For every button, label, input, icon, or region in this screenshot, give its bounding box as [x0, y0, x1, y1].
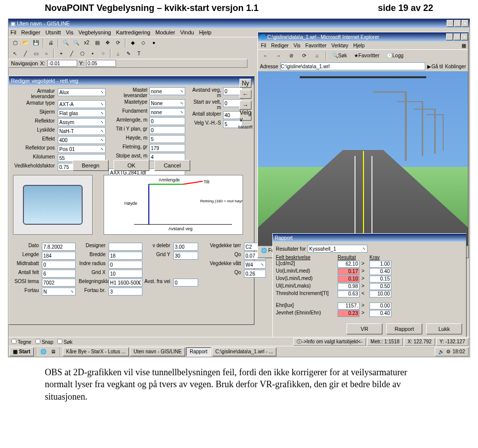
menu-rediger[interactable]: Rediger	[21, 29, 41, 35]
ie-menu-fil[interactable]: Fil	[261, 43, 266, 48]
ie-back-icon[interactable]: ←	[260, 51, 271, 61]
input-tilt[interactable]	[149, 126, 185, 134]
ie-refresh-icon[interactable]: ⟳	[299, 51, 310, 61]
quick-ie-icon[interactable]: 🌐	[39, 347, 48, 356]
rapport-button[interactable]: Rapport	[386, 323, 422, 334]
ie-koblinger[interactable]: Koblinger	[445, 64, 466, 69]
quick-desktop-icon[interactable]: 🖥	[49, 347, 58, 356]
i-designer[interactable]	[109, 243, 142, 251]
menu-vindu[interactable]: Vindu	[180, 29, 194, 35]
input-armlengde[interactable]	[149, 117, 185, 125]
zoom-in-icon[interactable]: 🔍	[61, 38, 70, 47]
tray-icon[interactable]: 🔊	[438, 349, 444, 354]
zoom-out-icon[interactable]: 🔍	[72, 38, 81, 47]
ie-minimize-icon[interactable]: _	[446, 33, 453, 40]
ie-menu-hjelp[interactable]: Hjelp	[353, 43, 364, 48]
ie-addr-input[interactable]	[280, 62, 426, 70]
minimize-icon[interactable]: _	[447, 20, 454, 27]
tool-b-icon[interactable]: ◇	[139, 38, 148, 47]
combo-type[interactable]	[58, 100, 106, 108]
close-icon[interactable]: ×	[462, 20, 469, 27]
refresh-icon[interactable]: ⟳	[114, 38, 122, 47]
start-button[interactable]: ▦Start	[9, 347, 34, 356]
ie-go-button[interactable]: ▶Gå til	[427, 64, 443, 69]
i-gridy[interactable]	[173, 252, 198, 260]
task-ie[interactable]: C:\gisline\data\a_1.wrl - ...	[212, 347, 277, 356]
ie-menu-verktoy[interactable]: Verktøy	[332, 43, 349, 48]
combo-effekt[interactable]	[58, 136, 106, 144]
ie-stop-icon[interactable]: ⊘	[286, 51, 297, 61]
i-lengde[interactable]	[42, 252, 76, 260]
measure-icon[interactable]: ⟂	[114, 49, 122, 58]
ie-sok-button[interactable]: 🔍Søk	[330, 51, 350, 61]
ok-button[interactable]: OK	[114, 160, 149, 171]
menu-vegbelysning[interactable]: Vegbelysning	[78, 29, 111, 35]
ie-menu-fav[interactable]: Favoritter	[305, 43, 326, 48]
print-icon[interactable]: 🖨	[46, 38, 55, 47]
chk-snap[interactable]: Snap	[35, 339, 53, 345]
ie-home-icon[interactable]: ⌂	[312, 51, 323, 61]
i-dato[interactable]	[42, 243, 76, 251]
polyline-icon[interactable]: ╱	[67, 49, 76, 58]
edit-icon[interactable]: ✎	[124, 49, 133, 58]
task-gisline[interactable]: Uten navn - GIS/LINE	[130, 347, 185, 356]
i-gridx[interactable]	[109, 270, 142, 278]
nav-x-input[interactable]	[47, 60, 77, 67]
tool-c-icon[interactable]: ●	[149, 38, 158, 47]
line-icon[interactable]: ╱	[21, 49, 30, 58]
chk-sok[interactable]: Søk	[57, 339, 73, 345]
input-fletning[interactable]	[149, 144, 185, 152]
ie-logg-button[interactable]: 🕓Logg	[384, 51, 406, 61]
ie-menu-vis[interactable]: Vis	[294, 43, 301, 48]
nav-y-input[interactable]	[86, 60, 116, 67]
text-icon[interactable]: T	[134, 49, 143, 58]
arrow-icon[interactable]: ↖	[10, 49, 19, 58]
menu-fil[interactable]: Fil	[10, 29, 16, 35]
right-arrow-button[interactable]: →	[239, 101, 251, 110]
combo-skjerm[interactable]	[58, 109, 106, 117]
menu-utsnitt[interactable]: Utsnitt	[45, 29, 61, 35]
velg-v-button[interactable]: Velg v	[239, 112, 251, 121]
layers-icon[interactable]: ▤	[93, 38, 102, 47]
maximize-icon[interactable]: □	[454, 20, 461, 27]
i-qo2[interactable]	[244, 270, 266, 278]
lukk-button[interactable]: Lukk	[426, 323, 462, 334]
ie-fwd-icon[interactable]: →	[273, 51, 284, 61]
beregn-button[interactable]: Beregn	[73, 160, 109, 171]
vrml-viewport[interactable]	[258, 71, 468, 246]
i-bredde[interactable]	[109, 252, 142, 260]
i-belegning[interactable]	[109, 279, 142, 287]
combo-lyskilde[interactable]	[58, 127, 106, 135]
combo-mast-type[interactable]	[149, 99, 185, 107]
save-icon[interactable]: 💾	[31, 38, 40, 47]
pan-icon[interactable]: ✥	[103, 38, 112, 47]
tool-a-icon[interactable]: ◆	[128, 38, 137, 47]
ie-close-icon[interactable]: ×	[461, 33, 468, 40]
menu-moduler[interactable]: Moduler	[155, 29, 175, 35]
vr-button[interactable]: VR	[347, 323, 382, 334]
i-antallfelt[interactable]	[42, 270, 76, 278]
ie-maximize-icon[interactable]: □	[454, 33, 461, 40]
ie-fav-button[interactable]: ★Favoritter	[352, 51, 382, 61]
ie-menu-rediger[interactable]: Rediger	[271, 43, 289, 48]
dotgrid-icon[interactable]: ⁘	[99, 49, 108, 58]
dot-icon[interactable]: •	[88, 49, 97, 58]
menu-vis[interactable]: Vis	[66, 29, 73, 35]
cancel-button[interactable]: Cancel	[154, 160, 190, 171]
menu-hjelp[interactable]: Hjelp	[199, 29, 212, 35]
i-vegvat[interactable]	[244, 261, 266, 269]
i-indreradius[interactable]	[109, 261, 142, 269]
system-tray[interactable]: 🔊 ⚙ 18:02	[435, 347, 469, 356]
circle-icon[interactable]: ○	[42, 49, 51, 58]
combo-fundament[interactable]	[149, 108, 185, 116]
menu-kartredigering[interactable]: Kartredigering	[116, 29, 150, 35]
ny-button[interactable]: Ny	[239, 79, 251, 88]
combo-reflektor[interactable]	[58, 118, 106, 126]
new-icon[interactable]: ▢	[10, 38, 19, 47]
left-arrow-button[interactable]: ←	[239, 90, 251, 99]
plus-icon[interactable]: +	[57, 49, 66, 58]
tray-icon[interactable]: ⚙	[446, 349, 451, 354]
i-sosi[interactable]	[42, 279, 76, 287]
polygon-icon[interactable]: ⬠	[78, 49, 87, 58]
i-fortaubr[interactable]	[109, 288, 142, 296]
